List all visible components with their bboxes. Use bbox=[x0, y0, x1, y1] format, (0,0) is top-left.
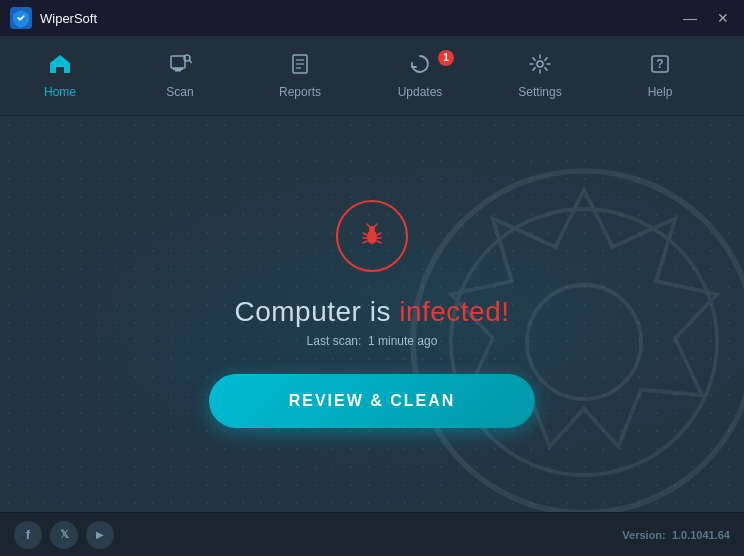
content-center: Computer is infected! Last scan: 1 minut… bbox=[0, 116, 744, 512]
footer: f 𝕏 ▶ Version: 1.0.1041.64 bbox=[0, 512, 744, 556]
svg-line-22 bbox=[363, 241, 367, 243]
status-prefix: Computer is bbox=[234, 296, 399, 327]
help-icon: ? bbox=[648, 53, 672, 79]
main-content: Computer is infected! Last scan: 1 minut… bbox=[0, 116, 744, 512]
scan-icon bbox=[168, 53, 192, 79]
status-sub: Last scan: 1 minute ago bbox=[234, 334, 509, 348]
updates-badge: 1 bbox=[438, 50, 454, 66]
status-main: Computer is infected! bbox=[234, 296, 509, 328]
svg-line-19 bbox=[374, 224, 377, 227]
updates-label: Updates bbox=[398, 85, 443, 99]
review-clean-button[interactable]: REVIEW & CLEAN bbox=[209, 374, 536, 428]
youtube-button[interactable]: ▶ bbox=[86, 521, 114, 549]
updates-icon bbox=[408, 53, 432, 79]
twitter-icon: 𝕏 bbox=[60, 528, 69, 541]
home-icon bbox=[48, 53, 72, 79]
scan-label: Scan bbox=[166, 85, 193, 99]
close-button[interactable]: ✕ bbox=[712, 9, 734, 27]
svg-line-23 bbox=[377, 233, 381, 235]
nav-item-help[interactable]: ? Help bbox=[600, 36, 720, 116]
status-infected: infected! bbox=[399, 296, 509, 327]
svg-line-18 bbox=[367, 224, 370, 227]
youtube-icon: ▶ bbox=[96, 529, 104, 540]
app-title: WiperSoft bbox=[40, 11, 678, 26]
nav-item-home[interactable]: Home bbox=[0, 36, 120, 116]
nav-item-settings[interactable]: Settings bbox=[480, 36, 600, 116]
version-number: 1.0.1041.64 bbox=[672, 529, 730, 541]
twitter-button[interactable]: 𝕏 bbox=[50, 521, 78, 549]
bug-icon bbox=[358, 222, 386, 250]
nav-item-reports[interactable]: Reports bbox=[240, 36, 360, 116]
window-controls: — ✕ bbox=[678, 9, 734, 27]
settings-label: Settings bbox=[518, 85, 561, 99]
svg-rect-1 bbox=[171, 56, 185, 68]
facebook-icon: f bbox=[26, 527, 30, 542]
settings-icon bbox=[528, 53, 552, 79]
home-label: Home bbox=[44, 85, 76, 99]
minimize-button[interactable]: — bbox=[678, 9, 702, 27]
help-label: Help bbox=[648, 85, 673, 99]
social-icons: f 𝕏 ▶ bbox=[14, 521, 114, 549]
svg-line-5 bbox=[190, 60, 192, 62]
svg-rect-2 bbox=[173, 68, 183, 70]
svg-rect-3 bbox=[175, 70, 181, 72]
status-text: Computer is infected! Last scan: 1 minut… bbox=[234, 296, 509, 348]
reports-icon bbox=[288, 53, 312, 79]
svg-line-20 bbox=[363, 233, 367, 235]
svg-text:?: ? bbox=[656, 57, 663, 71]
facebook-button[interactable]: f bbox=[14, 521, 42, 549]
infection-indicator bbox=[336, 200, 408, 272]
titlebar: WiperSoft — ✕ bbox=[0, 0, 744, 36]
svg-point-10 bbox=[537, 61, 543, 67]
nav-item-updates[interactable]: 1 Updates bbox=[360, 36, 480, 116]
svg-point-16 bbox=[367, 230, 377, 244]
navbar: Home Scan Reports bbox=[0, 36, 744, 116]
nav-item-scan[interactable]: Scan bbox=[120, 36, 240, 116]
version-label: Version: bbox=[622, 529, 665, 541]
reports-label: Reports bbox=[279, 85, 321, 99]
last-scan-label: Last scan: bbox=[307, 334, 362, 348]
svg-line-25 bbox=[377, 241, 381, 243]
version-text: Version: 1.0.1041.64 bbox=[622, 529, 730, 541]
last-scan-value: 1 minute ago bbox=[368, 334, 437, 348]
app-logo bbox=[10, 7, 32, 29]
